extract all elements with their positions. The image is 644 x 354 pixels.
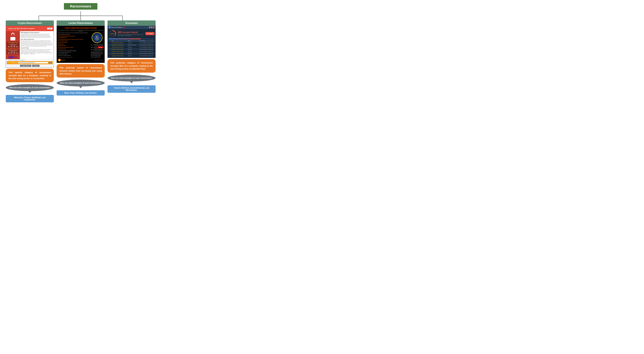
- col-type: Type: [111, 40, 127, 42]
- timer2-box: Your files will be lost on 5/19/2017 16:…: [7, 49, 19, 54]
- row-type: Potentially Unwanted Programs: [111, 44, 127, 46]
- crypto-screen: Ooops, your files have been encrypted! E…: [6, 26, 54, 67]
- bitcoin-addr-row: ₿ BITCOINACCEPTED HERE 115p7UMMngoj1pMvk…: [7, 61, 53, 64]
- row-name: Report.exe: [128, 50, 139, 52]
- locker-text1: After scanning your files and your IP, w…: [58, 32, 90, 33]
- issues-count: 489 issues found: [118, 31, 144, 34]
- locker-right-keys: Key #1 Key #2 Unlock Key #3: [91, 44, 103, 58]
- key3-row: Key #3: [91, 49, 103, 51]
- row-checkbox[interactable]: ✓: [108, 50, 111, 52]
- maximize-button[interactable]: □: [151, 26, 152, 28]
- shield-icon: 🛡: [108, 26, 110, 28]
- row-type: Potentially Unwanted Programs: [111, 42, 127, 44]
- issues-info: 489 issues found A large number of issue…: [118, 31, 144, 36]
- minimize-button[interactable]: —: [149, 26, 150, 28]
- row-checkbox[interactable]: ✓: [108, 42, 111, 44]
- row-name: Report.exe: [128, 46, 139, 48]
- progress-bar-container: [108, 38, 154, 39]
- crypto-top-bar: Ooops, your files have been encrypted! E…: [6, 26, 54, 31]
- key1-input[interactable]: [94, 44, 103, 46]
- col-location: File Location: [139, 40, 154, 42]
- row-checkbox[interactable]: ✓: [108, 44, 111, 46]
- col-check: [108, 40, 111, 42]
- btc-text: bitcoin: [61, 59, 65, 61]
- violation8: (8) Eating children: [58, 45, 90, 46]
- scareware-examples: FakeAV, WinFixer, SystemDefender, and Ma…: [108, 85, 156, 93]
- row-checkbox[interactable]: ✓: [108, 52, 111, 55]
- crypto-lang: English: [47, 28, 52, 29]
- crypto-title: Ooops, your files have been encrypted!: [7, 27, 47, 30]
- section3-title: How Do I Pay?: [21, 47, 53, 49]
- locker-bubble: Here are some examples of such ransomwar…: [56, 80, 105, 87]
- timer1-label: Payment will be raised on: [8, 42, 18, 44]
- eagle-icon: 🦅: [95, 35, 99, 38]
- locker-screenshot: YOUR COMPUTER HAS BEEN LOCKED After scan…: [56, 26, 105, 63]
- scareware-screenshot: 🛡 Advanced AntiMalware 🚨 — □ ✕: [108, 26, 156, 58]
- violation2: (2) Downloading elements of Zoophilia: [58, 35, 90, 37]
- your-id: Your ID: 97463-91618-07725: [91, 57, 103, 58]
- section2-body: Sure. We guarantee that you can recover …: [21, 40, 53, 47]
- fbi-label: FBI: [95, 40, 99, 41]
- row-type: Potentially Unwanted Programs: [111, 46, 127, 48]
- fix-now-button[interactable]: Fix Now: [145, 32, 154, 35]
- column-locker: Locker-Ransomware YOUR COMPUTER HAS BEEN…: [56, 20, 105, 96]
- check-payment-button[interactable]: Check Payment: [20, 65, 31, 67]
- column-crypto: Crypto-Ransomware Ooops, your files have…: [6, 20, 54, 102]
- lock-shackle: [11, 33, 14, 35]
- section2-title: Can I Recover My Files?: [21, 38, 53, 40]
- scareware-body: Medium 489 issues found A large number o…: [108, 29, 156, 58]
- locker-screen: YOUR COMPUTER HAS BEEN LOCKED After scan…: [57, 26, 104, 63]
- row-checkbox[interactable]: ✓: [108, 48, 111, 50]
- key2-input[interactable]: [94, 46, 97, 48]
- purchase: Purchase $150 in BitCoin: [58, 53, 90, 55]
- crypto-right: What Happened to My Computer? Your impor…: [20, 31, 54, 59]
- page-container: Ransomware Crypto-Ransomware Ooops, your…: [3, 3, 158, 102]
- close-button[interactable]: ✕: [153, 26, 154, 28]
- row-checkbox[interactable]: ✓: [108, 46, 111, 48]
- btc-address[interactable]: 115p7UMMngoj1pMvkpHijcRdfJNX}6LrLn: [18, 62, 48, 63]
- scareware-titlebar-left: 🛡 Advanced AntiMalware 🚨: [108, 26, 124, 28]
- row-location: c:\users\ok\AppData\Local\Microsoft\Wind…: [139, 50, 154, 52]
- key1-row: Key #1: [91, 44, 103, 46]
- row-name: Report.exe: [128, 48, 139, 50]
- row-checkbox[interactable]: ✓: [108, 55, 111, 57]
- btc-address-locker: 12ngIumAWAck0UfLKDahfByWkueyPydh...: [58, 57, 90, 58]
- contact-us-link[interactable]: Contact Us: [8, 57, 17, 58]
- timer2-value: 06 : 23 : 34 : 22: [8, 52, 18, 54]
- once-paid-text: Once you have paid, email us at: Refixed…: [91, 51, 103, 57]
- scareware-top: Medium 489 issues found A large number o…: [108, 30, 154, 37]
- table-row: ✓Potentially Unwanted ProgramsReport.exe…: [108, 46, 154, 48]
- issues-table-body: ✓Potentially Unwanted ProgramsReport.exe…: [108, 42, 154, 57]
- scareware-app-title: Advanced AntiMalware: [111, 27, 122, 28]
- key3-label: Key #3: [91, 49, 94, 50]
- locker-body: After scanning your files and your IP, w…: [58, 32, 103, 58]
- bitcoin-logo-locker: ₿ bitcoin: [58, 59, 65, 61]
- page-title: Ransomware: [64, 3, 98, 9]
- crypto-screenshot: Ooops, your files have been encrypted! E…: [6, 26, 54, 67]
- gauge-container: Medium: [108, 30, 116, 37]
- decrypt-button[interactable]: Decrypt: [32, 65, 40, 67]
- col-header-crypto: Crypto-Ransomware: [6, 20, 54, 26]
- row-name: Report.exe: [128, 55, 139, 57]
- send-label: Send $300 worth of bitcoin to this addre…: [7, 60, 53, 61]
- malware-badge: 🚨: [123, 27, 124, 28]
- row-name: DM86N4 tmp log.uml: [128, 44, 139, 46]
- connector-svg: [18, 11, 143, 20]
- btc-circle: ₿: [58, 59, 61, 61]
- table-row: ✓Potentially Unwanted ProgramsReport.exe…: [108, 50, 154, 52]
- unlock-button[interactable]: Unlock: [98, 46, 103, 48]
- violation9: (9) Sexual intercourse with children: [58, 47, 90, 48]
- key3-input[interactable]: [94, 49, 103, 51]
- table-row: ✓Potentially Unwanted ProgramsReport.exe…: [108, 42, 154, 44]
- timer1-value: 02 : 23 : 34 : 22: [8, 46, 18, 47]
- col-header-scareware: Scareware: [108, 20, 156, 26]
- copy-button[interactable]: Copy: [49, 62, 52, 63]
- issues-table: Type Name File Location ✓Potentially Unw…: [108, 40, 154, 57]
- column-scareware: Scareware 🛡 Advanced AntiMalware 🚨 — □ ✕: [108, 20, 156, 93]
- locker-center: 🦅 DEPARTMENT OF JUSTICE FBI Key #1: [91, 32, 103, 58]
- violation1: (1) Downloading child porn: [58, 34, 90, 35]
- timer1-box: Payment will be raised on 5/19/2017 16:5…: [7, 42, 19, 48]
- crypto-examples: WannaCry, Thanos, BadRabbit, and Cryptol…: [6, 95, 54, 102]
- tree-connector: [3, 11, 158, 20]
- fine-text: You will have to pay a fine of $150 in B…: [58, 50, 90, 51]
